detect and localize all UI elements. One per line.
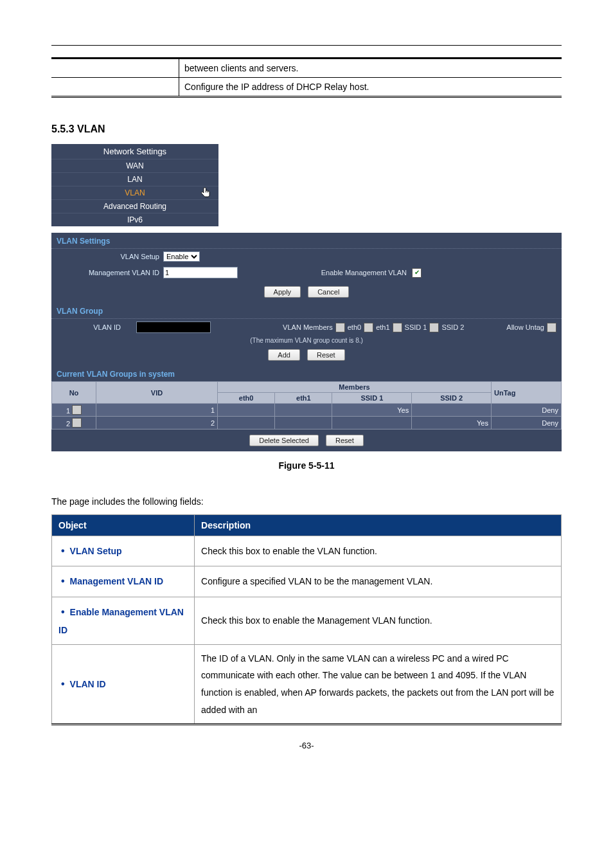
th-no: No (52, 382, 96, 404)
current-groups-title: Current VLAN Groups in system (51, 366, 562, 381)
context-table: between clients and servers. Configure t… (51, 57, 562, 98)
desc-vlan-setup: Check this box to enable the VLAN functi… (195, 536, 562, 566)
obj-vlan-setup: VLAN Setup (58, 546, 122, 556)
th-ssid1: SSID 1 (332, 393, 412, 404)
row2-checkbox[interactable] (72, 418, 82, 428)
nav-title: Network Settings (51, 144, 218, 159)
enable-mgmt-vlan-checkbox[interactable] (412, 268, 422, 278)
mgmt-vlan-id-input[interactable] (163, 267, 238, 278)
nav-item-lan[interactable]: LAN (51, 172, 218, 186)
row1-no: 1 (66, 407, 70, 415)
description-table: Object Description VLAN Setup Check this… (51, 514, 562, 725)
row2-ssid1 (332, 417, 412, 429)
table-row: 1 1 Yes Deny (52, 404, 562, 417)
section-heading: 5.5.3 VLAN (51, 123, 562, 135)
th-eth0: eth0 (218, 393, 275, 404)
th-ssid2: SSID 2 (412, 393, 492, 404)
row1-vid: 1 (96, 404, 218, 417)
context-row1: between clients and servers. (179, 59, 562, 78)
th-description: Description (195, 515, 562, 536)
obj-enable-mgmt-vlan-id: Enable Management VLAN ID (58, 607, 184, 635)
desc-mgmt-vlan-id: Configure a specified VLAN to be the man… (195, 566, 562, 597)
vlan-group-title: VLAN Group (51, 303, 562, 319)
nav-item-wan[interactable]: WAN (51, 159, 218, 172)
nav-item-ipv6[interactable]: IPv6 (51, 213, 218, 226)
reset-selection-button[interactable]: Reset (326, 435, 364, 446)
member-ssid2-label: SSID 2 (441, 323, 464, 331)
vlan-setup-label: VLAN Setup (57, 253, 163, 260)
member-ssid1-label: SSID 1 (405, 323, 427, 331)
allow-untag-label: Allow Untag (506, 323, 544, 331)
nav-item-vlan[interactable]: VLAN (51, 186, 218, 199)
enable-mgmt-vlan-label: Enable Management VLAN (321, 269, 407, 276)
nav-item-advanced-routing[interactable]: Advanced Routing (51, 199, 218, 213)
intro-text: The page includes the following fields: (51, 496, 562, 507)
vlan-setup-select[interactable]: Enable (163, 251, 200, 262)
reset-group-button[interactable]: Reset (307, 349, 345, 361)
th-object: Object (52, 515, 195, 536)
th-untag: UnTag (492, 382, 562, 404)
member-eth0-checkbox[interactable] (335, 323, 345, 332)
figure-caption: Figure 5-5-11 (51, 460, 562, 471)
desc-vlan-id: The ID of a VLAN. Only in the same VLAN … (195, 644, 562, 724)
context-row2: Configure the IP address of DHCP Relay h… (179, 78, 562, 97)
row2-eth1 (275, 417, 332, 429)
page-number: -63- (51, 741, 562, 750)
row2-vid: 2 (96, 417, 218, 429)
th-eth1: eth1 (275, 393, 332, 404)
desc-enable-mgmt-vlan-id: Check this box to enable the Management … (195, 597, 562, 644)
allow-untag-checkbox[interactable] (547, 323, 556, 332)
nav-menu: Network Settings WAN LAN VLAN Advanced R… (51, 144, 218, 226)
row2-no: 2 (66, 420, 70, 428)
th-vid: VID (96, 382, 218, 404)
member-ssid1-checkbox[interactable] (393, 323, 402, 332)
member-eth1-label: eth1 (376, 323, 389, 331)
row1-ssid1: Yes (332, 404, 412, 417)
obj-mgmt-vlan-id: Management VLAN ID (58, 576, 163, 586)
vlan-id-input[interactable] (136, 321, 211, 333)
th-members: Members (218, 382, 492, 393)
vlan-group-hint: (The maximum VLAN group count is 8.) (51, 336, 562, 344)
member-ssid2-checkbox[interactable] (429, 323, 439, 332)
vlan-members-label: VLAN Members (283, 323, 333, 331)
table-row: 2 2 Yes Deny (52, 417, 562, 429)
vlan-settings-title: VLAN Settings (51, 233, 562, 249)
vlan-id-label: VLAN ID (57, 323, 125, 331)
member-eth0-label: eth0 (348, 323, 361, 331)
cursor-hand-icon (199, 186, 213, 201)
member-eth1-checkbox[interactable] (364, 323, 373, 332)
row1-eth1 (275, 404, 332, 417)
cancel-button[interactable]: Cancel (308, 286, 349, 298)
obj-vlan-id: VLAN ID (58, 679, 106, 689)
row2-ssid2: Yes (412, 417, 492, 429)
delete-selected-button[interactable]: Delete Selected (249, 435, 319, 446)
row1-untag: Deny (492, 404, 562, 417)
row2-eth0 (218, 417, 275, 429)
row1-ssid2 (412, 404, 492, 417)
row2-untag: Deny (492, 417, 562, 429)
mgmt-vlan-id-label: Management VLAN ID (57, 269, 163, 276)
row1-eth0 (218, 404, 275, 417)
row1-checkbox[interactable] (72, 405, 82, 415)
current-groups-table: No VID Members UnTag eth0 eth1 SSID 1 SS… (51, 381, 562, 429)
add-button[interactable]: Add (268, 349, 300, 361)
vlan-panel: VLAN Settings VLAN Setup Enable Manageme… (51, 233, 562, 451)
nav-item-vlan-label: VLAN (125, 188, 145, 197)
apply-button[interactable]: Apply (264, 286, 301, 298)
